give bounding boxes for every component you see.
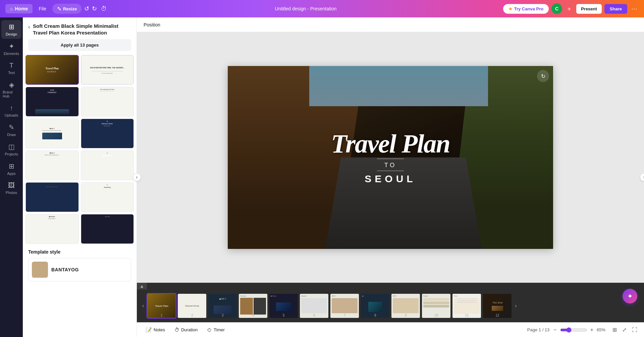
- sidebar-item-draw[interactable]: ✎ Draw: [1, 121, 21, 139]
- filmstrip-container: ▲: [137, 283, 644, 289]
- sidebar-item-apps[interactable]: ⊞ Apps: [1, 159, 21, 178]
- film-thumb-9[interactable]: DAY 3 9: [391, 294, 420, 318]
- notes-button[interactable]: 📝 Notes: [142, 325, 168, 335]
- home-label: Home: [15, 6, 28, 11]
- resize-button[interactable]: ⤡ Resize: [52, 4, 82, 14]
- canvas-area: Position ‹ Travel P: [137, 17, 644, 337]
- thumb-4-inner: Gyeongbokgung Palace: [81, 87, 134, 116]
- topbar-left: ⌂ Home File ⤡ Resize ↺ ↻ ⏱: [5, 4, 108, 14]
- sidebar-item-projects[interactable]: ◫ Projects: [1, 140, 21, 159]
- undo-button[interactable]: ↺: [84, 5, 89, 12]
- apply-all-button[interactable]: Apply all 13 pages: [28, 39, 131, 51]
- thumb-page-4[interactable]: Gyeongbokgung Palace: [81, 87, 134, 117]
- thumb-2-text: DISCOVER BEYOND TIME: THE ANCIENT...: [89, 65, 126, 70]
- topbar-right: ★ Try Canva Pro C ＋ Present Share ⋯: [503, 3, 639, 14]
- thumb-1-content: Travel Plan KOREA: [26, 55, 78, 84]
- sidebar-label-apps: Apps: [7, 172, 15, 176]
- thumb-page-2[interactable]: DISCOVER BEYOND TIME: THE ANCIENT... Kor…: [81, 55, 134, 85]
- slide-text-content: Travel Plan TO Seoul: [331, 131, 450, 185]
- fit-screen-button[interactable]: ⤢: [621, 325, 628, 334]
- grid-view-button[interactable]: ⊞: [611, 325, 618, 334]
- timer-icon: ⏲: [207, 327, 212, 333]
- thumb-page-7[interactable]: ◼ Day 2 Bukchon Hanok Village details...: [25, 150, 79, 180]
- film-thumb-4[interactable]: Schedule 4: [239, 294, 267, 318]
- hide-right-panel-button[interactable]: ›: [640, 173, 644, 181]
- zoom-in-button[interactable]: +: [589, 326, 595, 334]
- thumb-page-11[interactable]: ◼ Budget Travel expenses...: [25, 214, 79, 244]
- film-thumb-5[interactable]: ◼ Details 5: [269, 294, 298, 318]
- travel-plan-to: TO: [331, 162, 450, 169]
- thumb-page-10[interactable]: ◼ Insadong: [81, 182, 134, 212]
- divider-bottom: [377, 171, 404, 171]
- thumb-page-9[interactable]: ◼ Day 3 DMZ tour itinerary details...: [25, 182, 79, 212]
- home-button[interactable]: ⌂ Home: [5, 4, 33, 13]
- film-thumb-6[interactable]: Activities 6: [300, 294, 328, 318]
- thumb-page-1[interactable]: Travel Plan KOREA: [25, 55, 79, 85]
- resize-icon: ⤡: [57, 6, 61, 12]
- zoom-out-button[interactable]: −: [552, 326, 558, 334]
- filmstrip: ‹ Travel Plan 1 Discover Korea 2 ◼ DAY 1: [137, 289, 644, 322]
- text-icon: T: [9, 62, 13, 69]
- zoom-slider[interactable]: [560, 327, 587, 333]
- position-bar: Position: [137, 17, 644, 32]
- share-button[interactable]: Share: [604, 4, 627, 14]
- file-label: File: [39, 6, 46, 11]
- notes-label: Notes: [154, 327, 165, 332]
- timer-button[interactable]: ⏲ Timer: [204, 325, 228, 334]
- share-label: Share: [610, 6, 622, 11]
- thumb-8-inner: ◼ Myeongdong: [81, 151, 134, 180]
- redo-button[interactable]: ↻: [92, 5, 97, 12]
- film-page-2: 2: [191, 314, 193, 317]
- film-thumb-8[interactable]: ◼ 8: [361, 294, 389, 318]
- elements-icon: ✦: [9, 42, 14, 50]
- thumb-page-5[interactable]: ◼ Day 1 Seoul City Tour activities sched…: [25, 119, 79, 148]
- uploads-icon: ↑: [10, 104, 13, 112]
- refresh-button[interactable]: ↻: [537, 70, 549, 82]
- filmstrip-scroll-right[interactable]: ›: [514, 301, 518, 310]
- panel-back-button[interactable]: ‹: [28, 23, 30, 30]
- sidebar-item-design[interactable]: ⊞ Design: [1, 20, 21, 39]
- thumb-page-3[interactable]: ◼ ◼ ◼ ITINERARY: [25, 87, 79, 117]
- thumb-page-8[interactable]: ◼ Myeongdong: [81, 150, 134, 180]
- panel-sidebar: ‹ Soft Cream Black Simple Minimalist Tra…: [23, 17, 137, 337]
- film-page-6: 6: [313, 314, 315, 317]
- fullscreen-button[interactable]: ⛶: [631, 326, 639, 334]
- sidebar-item-photos[interactable]: 🖼 Photos: [1, 179, 21, 197]
- present-button[interactable]: Present: [576, 4, 602, 14]
- filmstrip-scroll-left[interactable]: ‹: [141, 301, 145, 310]
- thumb-page-6[interactable]: ◼ Namsan Tower Visit schedule...: [81, 119, 134, 148]
- film-thumb-3[interactable]: ◼ DAY 1 3: [208, 294, 237, 318]
- film-thumb-2[interactable]: Discover Korea 2: [178, 294, 206, 318]
- duration-button[interactable]: ⏱ Duration: [171, 325, 201, 334]
- timer-icon-button[interactable]: ⏱: [100, 4, 108, 14]
- film-thumb-12[interactable]: The End 12: [483, 294, 512, 318]
- sidebar-item-text[interactable]: T Text: [1, 59, 21, 77]
- film-thumb-1[interactable]: Travel Plan 1: [147, 294, 176, 318]
- film-thumb-11[interactable]: Notes 11: [452, 294, 481, 318]
- travel-plan-heading: Travel Plan: [331, 131, 450, 157]
- duration-icon: ⏱: [174, 327, 179, 333]
- hide-panel-button[interactable]: ‹: [137, 173, 141, 181]
- thumb-12-inner: The End: [81, 214, 134, 244]
- sidebar-item-elements[interactable]: ✦ Elements: [1, 40, 21, 58]
- film-thumb-7[interactable]: DAY 2 7: [330, 294, 359, 318]
- hide-filmstrip-button[interactable]: ▲: [137, 283, 147, 289]
- film-page-12: 12: [495, 314, 499, 317]
- sidebar-item-uploads[interactable]: ↑ Uploads: [1, 102, 21, 120]
- apply-all-label: Apply all 13 pages: [61, 43, 99, 48]
- ai-assistant-button[interactable]: ✦: [623, 289, 637, 304]
- duration-label: Duration: [181, 327, 198, 332]
- zoom-control: − + 65%: [552, 326, 608, 334]
- film-page-10: 10: [434, 314, 438, 317]
- add-user-button[interactable]: ＋: [565, 3, 574, 14]
- thumb-page-12[interactable]: The End: [81, 214, 134, 244]
- slide-canvas[interactable]: Travel Plan TO Seoul ↻: [228, 66, 553, 249]
- try-canva-pro-button[interactable]: ★ Try Canva Pro: [503, 4, 549, 14]
- canvas-wrapper: ‹ Travel Plan TO: [137, 32, 644, 283]
- file-button[interactable]: File: [35, 4, 50, 13]
- film-thumb-10[interactable]: Budget 10: [422, 294, 450, 318]
- sidebar-item-brand-hub[interactable]: ◈ Brand Hub: [1, 78, 21, 101]
- more-options-button[interactable]: ⋯: [630, 4, 639, 14]
- template-style-preview[interactable]: BANTAYOG: [28, 258, 131, 281]
- film-page-11: 11: [465, 314, 469, 317]
